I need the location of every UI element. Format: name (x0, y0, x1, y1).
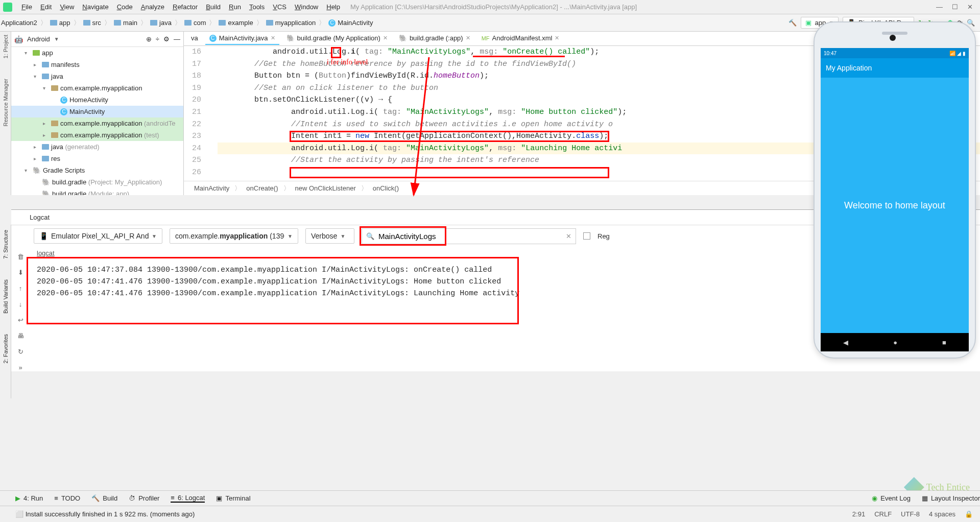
minimize-icon[interactable]: — (936, 3, 943, 11)
maximize-icon[interactable]: ☐ (952, 3, 958, 11)
chevron-down-icon[interactable]: ▼ (54, 36, 59, 42)
tree-node[interactable]: ▾app (11, 47, 183, 59)
menu-view[interactable]: View (56, 1, 78, 13)
toolwin-terminal[interactable]: ▣Terminal (216, 494, 250, 502)
close-icon[interactable]: ✕ (271, 35, 275, 41)
toolwin-layoutinspector[interactable]: ▦Layout Inspector (922, 494, 980, 502)
menu-help[interactable]: Help (322, 1, 344, 13)
toolwin-run[interactable]: ▶4: Run (15, 494, 43, 502)
menu-refactor[interactable]: Refactor (169, 1, 202, 13)
tab-buildgradle-app[interactable]: 🐘build.gradle (:app)✕ (395, 32, 474, 45)
bc-class[interactable]: CMainActivity (328, 19, 373, 27)
close-icon[interactable]: ✕ (555, 35, 559, 41)
bc-listener[interactable]: new OnClickListener (295, 184, 356, 192)
build-icon[interactable]: 🔨 (788, 19, 797, 27)
caret-pos[interactable]: 2:91 (852, 510, 865, 518)
up-icon[interactable]: ↑ (19, 284, 22, 292)
bc-root[interactable]: Application2 (1, 19, 37, 27)
menu-navigate[interactable]: Navigate (78, 1, 112, 13)
bc-method[interactable]: onCreate() (246, 184, 278, 192)
bc-main[interactable]: main (114, 19, 137, 27)
download-icon[interactable]: ⬇ (18, 269, 23, 276)
down-icon[interactable]: ↓ (19, 300, 22, 308)
status-message: ⬜ Install successfully finished in 1 s 9… (15, 510, 195, 518)
folder-icon (114, 20, 121, 26)
bc-com[interactable]: com (184, 19, 206, 27)
line-sep[interactable]: CRLF (874, 510, 892, 518)
print-icon[interactable]: 🖶 (17, 332, 24, 340)
project-tree[interactable]: ▾app▸manifests▾java▾com.example.myapplic… (11, 47, 183, 195)
close-icon[interactable]: ✕ (383, 35, 388, 41)
clear-icon[interactable]: ✕ (566, 232, 571, 240)
rail-favorites[interactable]: 2: Favorites (3, 334, 9, 363)
toolwin-profiler[interactable]: ⏱Profiler (129, 494, 159, 502)
rail-buildvariants[interactable]: Build Variants (3, 279, 9, 314)
menu-code[interactable]: Code (113, 1, 137, 13)
project-view-dropdown[interactable]: Android (27, 35, 50, 43)
close-icon[interactable]: ✕ (466, 35, 470, 41)
tab-manifest[interactable]: MFAndroidManifest.xml✕ (477, 32, 564, 45)
toolwin-build[interactable]: 🔨Build (91, 494, 117, 502)
encoding[interactable]: UTF-8 (901, 510, 920, 518)
collapse-icon[interactable]: ÷ (156, 35, 159, 43)
speaker-icon (882, 32, 907, 35)
back-icon[interactable]: ◀ (843, 339, 848, 346)
menu-edit[interactable]: Edit (36, 1, 56, 13)
bc-onclick[interactable]: onClick() (373, 184, 399, 192)
bc-app[interactable]: app (50, 19, 70, 27)
tree-node[interactable]: ▾com.example.myapplication (11, 82, 183, 94)
toolwin-todo[interactable]: ≡TODO (54, 494, 80, 502)
regex-checkbox[interactable] (583, 232, 590, 240)
menu-analyze[interactable]: Analyze (137, 1, 169, 13)
tree-node[interactable]: ▸com.example.myapplication (test) (11, 129, 183, 141)
bc-java[interactable]: java (150, 19, 172, 27)
menu-tools[interactable]: Tools (245, 1, 269, 13)
bc-class[interactable]: MainActivity (194, 184, 229, 192)
logcat-search-input[interactable] (378, 232, 562, 241)
target-icon[interactable]: ⊕ (146, 35, 152, 43)
toolwin-eventlog[interactable]: ◉Event Log (872, 494, 911, 502)
tree-node[interactable]: ▾🐘Gradle Scripts (11, 164, 183, 176)
tab-va[interactable]: va (187, 32, 202, 45)
trash-icon[interactable]: 🗑 (17, 253, 24, 260)
tree-node[interactable]: 🐘build.gradle (Module: app) (11, 188, 183, 195)
bc-myapp[interactable]: myapplication (266, 19, 316, 27)
tree-node[interactable]: CHomeActivity (11, 94, 183, 106)
close-icon[interactable]: ✕ (967, 3, 973, 11)
wrap-icon[interactable]: ↩ (18, 316, 23, 324)
emulator-window[interactable]: 10:47 📶 ◢ ▮ My Application Welcome to ho… (814, 21, 976, 359)
rail-structure[interactable]: 7: Structure (3, 230, 9, 259)
tree-node[interactable]: ▸manifests (11, 59, 183, 70)
tree-node[interactable]: ▸java (generated) (11, 141, 183, 153)
home-icon[interactable]: ● (893, 339, 897, 346)
logcat-level-dropdown[interactable]: Verbose▼ (305, 228, 354, 244)
menu-window[interactable]: Window (291, 1, 322, 13)
tree-node[interactable]: CMainActivity (11, 106, 183, 117)
logcat-device-dropdown[interactable]: 📱Emulator Pixel_XL_API_R Android▼ (34, 228, 162, 244)
hide-icon[interactable]: — (174, 35, 180, 43)
tree-node[interactable]: 🐘build.gradle (Project: My_Application) (11, 176, 183, 188)
tab-buildgradle-proj[interactable]: 🐘build.gradle (My Application)✕ (282, 32, 392, 45)
bc-example[interactable]: example (219, 19, 253, 27)
emulator-screen[interactable]: 10:47 📶 ◢ ▮ My Application Welcome to ho… (821, 48, 969, 351)
tree-node[interactable]: ▾java (11, 70, 183, 82)
menu-vcs[interactable]: VCS (269, 1, 291, 13)
menu-run[interactable]: Run (225, 1, 245, 13)
toolwin-logcat[interactable]: ≡6: Logcat (171, 494, 205, 503)
tree-node[interactable]: ▸com.example.myapplication (androidTe (11, 117, 183, 129)
logcat-process-dropdown[interactable]: com.example.myapplication (1390▼ (170, 228, 298, 244)
indent[interactable]: 4 spaces (929, 510, 955, 518)
menu-build[interactable]: Build (202, 1, 225, 13)
tree-node[interactable]: ▸res (11, 153, 183, 164)
logcat-search-box[interactable]: 🔍 ✕ (362, 228, 576, 244)
rail-resource-manager[interactable]: Resource Manager (3, 79, 9, 127)
lock-icon[interactable]: 🔒 (965, 510, 973, 518)
settings-icon[interactable]: ⚙ (163, 35, 170, 43)
menu-file[interactable]: File (17, 1, 36, 13)
bc-src[interactable]: src (83, 19, 101, 27)
more-icon[interactable]: » (18, 364, 22, 371)
recents-icon[interactable]: ■ (942, 339, 946, 346)
tab-mainactivity[interactable]: CMainActivity.java✕ (205, 32, 279, 45)
rail-project[interactable]: 1: Project (3, 35, 9, 58)
restart-icon[interactable]: ↻ (18, 348, 23, 355)
